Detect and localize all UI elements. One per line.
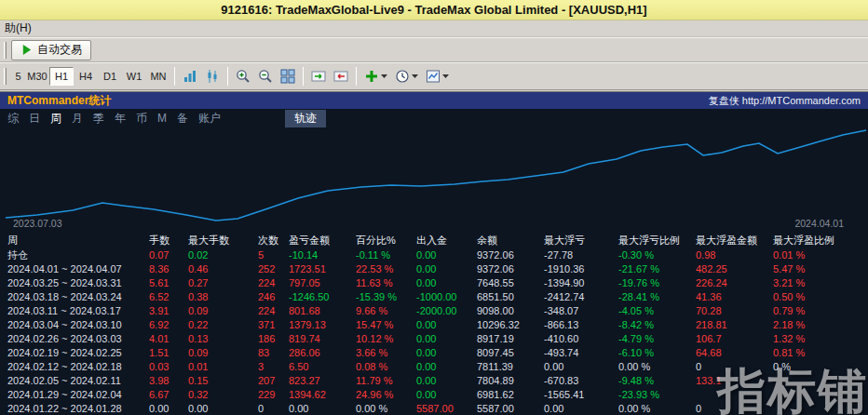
value-cell: 0.00 — [416, 276, 477, 290]
value-cell: 9098.00 — [477, 304, 544, 318]
value-cell: 246 — [258, 290, 289, 304]
periods-icon[interactable] — [391, 66, 422, 87]
value-cell: 11.79 % — [356, 374, 416, 388]
timeframe-button-h4[interactable]: H4 — [74, 67, 98, 86]
value-cell: -21.67 % — [618, 262, 696, 276]
equity-curve-svg — [0, 127, 868, 232]
period-cell: 2024.02.19 ~ 2024.02.25 — [0, 346, 149, 360]
value-cell: 7648.55 — [477, 276, 544, 290]
value-cell: -27.78 — [544, 248, 618, 262]
value-cell: 0.00 — [188, 402, 258, 415]
timeframe-button-5[interactable]: 5 — [11, 67, 25, 86]
value-cell: -0.11 % — [356, 248, 416, 262]
tab-日[interactable]: 日 — [29, 111, 40, 127]
add-indicator-icon[interactable] — [360, 66, 391, 87]
tab-年[interactable]: 年 — [115, 111, 126, 127]
value-cell: 819.74 — [289, 332, 356, 346]
zoom-in-icon[interactable] — [232, 66, 254, 87]
stats-table: 周手数最大手数次数盈亏金额百分比%出入金余额最大浮亏最大浮亏比例最大浮盈金额最大… — [0, 232, 868, 415]
value-cell: 0.00 — [149, 402, 188, 415]
autotrade-button[interactable]: 自动交易 — [11, 40, 91, 60]
window-title: 9121616: TradeMaxGlobal-Live9 - TradeMax… — [221, 3, 646, 17]
value-cell: 186 — [258, 332, 289, 346]
timeframe-buttons: 5M30H1H4D1W1MN — [11, 67, 170, 86]
value-cell — [696, 388, 773, 402]
value-cell: 482.25 — [696, 262, 773, 276]
value-cell: 1723.51 — [289, 262, 356, 276]
candlestick-chart-icon[interactable] — [201, 66, 224, 87]
panel-link: 复盘侠 http://MTCommander.com — [709, 94, 861, 108]
menu-item-help[interactable]: 助(H) — [0, 20, 36, 36]
toolbar-grip[interactable] — [4, 42, 7, 59]
timeframe-button-m30[interactable]: M30 — [25, 67, 49, 86]
tab-季[interactable]: 季 — [93, 111, 104, 127]
value-cell: 3.66 % — [356, 346, 416, 360]
value-cell: 22.53 % — [356, 262, 416, 276]
value-cell: 10296.32 — [477, 318, 544, 332]
autotrade-label: 自动交易 — [37, 42, 82, 58]
table-row: 2024.03.18 ~ 2024.03.246.520.38246-1246.… — [0, 290, 868, 304]
tab-周[interactable]: 周 — [50, 111, 61, 127]
value-cell: 0.32 — [188, 388, 258, 402]
value-cell: -493.74 — [544, 346, 618, 360]
tab-综[interactable]: 综 — [7, 111, 19, 127]
table-row: 2024.03.04 ~ 2024.03.106.920.223711379.1… — [0, 318, 868, 332]
bar-chart-icon[interactable] — [179, 66, 201, 87]
value-cell: 8917.19 — [477, 332, 544, 346]
chart-end-date: 2024.04.01 — [794, 218, 844, 229]
value-cell: 6981.62 — [477, 388, 544, 402]
value-cell: 0.00 — [289, 402, 356, 415]
period-cell: 持仓 — [0, 248, 149, 262]
tab-账户[interactable]: 账户 — [198, 111, 221, 127]
panel-title: MTCommander统计 — [7, 93, 111, 109]
value-cell: -1000.00 — [416, 290, 477, 304]
value-cell: 0.03 — [149, 360, 188, 374]
value-cell: 0.08 % — [356, 360, 416, 374]
value-cell: 286.06 — [289, 346, 356, 360]
timeframe-button-w1[interactable]: W1 — [122, 67, 146, 86]
chart-shift-icon[interactable] — [330, 66, 352, 87]
period-cell: 2024.03.11 ~ 2024.03.17 — [0, 304, 149, 318]
value-cell: 0.38 — [188, 290, 258, 304]
table-row: 2024.02.12 ~ 2024.02.180.030.0136.500.08… — [0, 360, 868, 374]
value-cell: 8097.45 — [477, 346, 544, 360]
value-cell: 11.63 % — [356, 276, 416, 290]
value-cell: 6.50 — [289, 360, 356, 374]
application-window: 9121616: TradeMaxGlobal-Live9 - TradeMax… — [0, 0, 868, 415]
tile-windows-icon[interactable] — [277, 66, 299, 87]
templates-icon[interactable] — [422, 66, 453, 87]
value-cell: 0 % — [773, 360, 868, 374]
timeframe-button-h1[interactable]: H1 — [49, 67, 74, 86]
column-header: 周 — [0, 232, 149, 248]
tab-备[interactable]: 备 — [177, 111, 188, 127]
value-cell: -15.39 % — [356, 290, 416, 304]
value-cell: 0.00 — [416, 360, 477, 374]
dropdown-caret-icon — [442, 74, 449, 78]
value-cell: 1379.13 — [289, 318, 356, 332]
value-cell: 3 — [258, 360, 289, 374]
value-cell: 3.21 % — [773, 276, 868, 290]
value-cell: 801.68 — [289, 304, 356, 318]
table-row: 2024.02.26 ~ 2024.03.034.010.13186819.74… — [0, 332, 868, 346]
tab-月[interactable]: 月 — [72, 111, 83, 127]
value-cell: 0.00 — [416, 388, 477, 402]
value-cell: -670.83 — [544, 374, 618, 388]
value-cell: 823.27 — [289, 374, 356, 388]
auto-scroll-icon[interactable] — [307, 66, 330, 87]
value-cell: -10.14 — [289, 248, 356, 262]
value-cell: 0 — [258, 402, 289, 415]
value-cell: 797.05 — [289, 276, 356, 290]
value-cell: 83 — [258, 346, 289, 360]
title-bar[interactable]: 9121616: TradeMaxGlobal-Live9 - TradeMax… — [0, 0, 868, 20]
statistics-panel: MTCommander统计 复盘侠 http://MTCommander.com… — [0, 91, 868, 415]
toolbar-grip[interactable] — [4, 68, 7, 85]
zoom-out-icon[interactable] — [254, 66, 277, 87]
value-cell: 0.01 — [188, 360, 258, 374]
value-cell: 1394.62 — [289, 388, 356, 402]
timeframe-button-d1[interactable]: D1 — [98, 67, 122, 86]
value-cell: 106.7 — [696, 332, 773, 346]
tab-M[interactable]: M — [157, 112, 167, 125]
tab-trace[interactable]: 轨迹 — [285, 110, 326, 127]
timeframe-button-mn[interactable]: MN — [146, 67, 170, 86]
tab-币[interactable]: 币 — [136, 111, 147, 127]
